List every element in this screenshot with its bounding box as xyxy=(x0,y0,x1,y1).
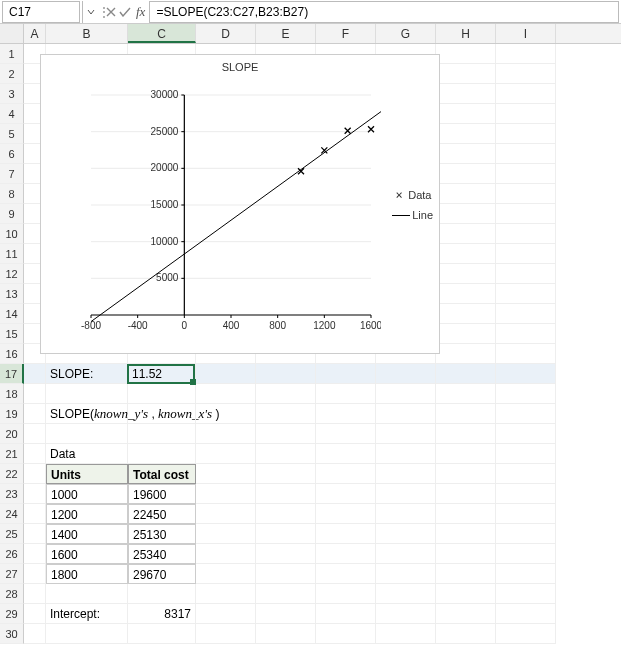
row-header[interactable]: 14 xyxy=(0,304,24,324)
legend-data: Data xyxy=(408,189,431,201)
fx-label[interactable]: fx xyxy=(132,4,149,20)
formula-bar: C17 ⋮ fx =SLOPE(C23:C27,B23:B27) xyxy=(0,0,621,24)
svg-text:400: 400 xyxy=(223,320,240,331)
table-header-units[interactable]: Units xyxy=(46,464,128,484)
svg-text:1200: 1200 xyxy=(313,320,336,331)
svg-text:10000: 10000 xyxy=(151,236,179,247)
chart-title: SLOPE xyxy=(41,55,439,73)
row-header[interactable]: 24 xyxy=(0,504,24,524)
row-header[interactable]: 10 xyxy=(0,224,24,244)
grid[interactable]: 1 2 3 4 5 6 7 8 9 10 11 12 13 14 15 16 1… xyxy=(0,44,621,658)
row-header[interactable]: 30 xyxy=(0,624,24,644)
svg-text:800: 800 xyxy=(269,320,286,331)
row-header[interactable]: 17 xyxy=(0,364,24,384)
syntax-fn: SLOPE( xyxy=(50,407,94,421)
svg-text:0: 0 xyxy=(182,320,188,331)
row-header[interactable]: 13 xyxy=(0,284,24,304)
row-header[interactable]: 26 xyxy=(0,544,24,564)
table-cell[interactable]: 22450 xyxy=(128,504,196,524)
svg-text:30000: 30000 xyxy=(151,89,179,100)
row-header[interactable]: 19 xyxy=(0,404,24,424)
name-box[interactable]: C17 xyxy=(2,1,80,23)
row-header[interactable]: 23 xyxy=(0,484,24,504)
row-header[interactable]: 2 xyxy=(0,64,24,84)
row-header[interactable]: 18 xyxy=(0,384,24,404)
intercept-label[interactable]: Intercept: xyxy=(46,604,128,624)
row-header[interactable]: 20 xyxy=(0,424,24,444)
legend-line: Line xyxy=(412,209,433,221)
row-header[interactable]: 29 xyxy=(0,604,24,624)
col-header-I[interactable]: I xyxy=(496,24,556,43)
row-header[interactable]: 12 xyxy=(0,264,24,284)
table-cell[interactable]: 25340 xyxy=(128,544,196,564)
slope-value-cell[interactable]: 11.52 xyxy=(128,364,196,384)
name-box-dropdown[interactable] xyxy=(82,1,98,23)
row-header[interactable]: 5 xyxy=(0,124,24,144)
row-header[interactable]: 16 xyxy=(0,344,24,364)
svg-text:25000: 25000 xyxy=(151,126,179,137)
table-cell[interactable]: 1000 xyxy=(46,484,128,504)
row-header[interactable]: 25 xyxy=(0,524,24,544)
svg-line-34 xyxy=(91,102,381,322)
col-header-H[interactable]: H xyxy=(436,24,496,43)
table-cell[interactable]: 1600 xyxy=(46,544,128,564)
row-header[interactable]: 3 xyxy=(0,84,24,104)
table-cell[interactable]: 1800 xyxy=(46,564,128,584)
syntax-cell[interactable]: SLOPE(known_y's , known_x's ) xyxy=(46,404,128,424)
table-cell[interactable]: 1400 xyxy=(46,524,128,544)
row-header[interactable]: 21 xyxy=(0,444,24,464)
row-header[interactable]: 8 xyxy=(0,184,24,204)
svg-text:20000: 20000 xyxy=(151,162,179,173)
legend-marker-x-icon: × xyxy=(390,188,408,202)
svg-text:1600: 1600 xyxy=(360,320,381,331)
col-header-G[interactable]: G xyxy=(376,24,436,43)
select-all-corner[interactable] xyxy=(0,24,24,43)
chart-legend: ×Data Line xyxy=(390,185,433,225)
slope-label[interactable]: SLOPE: xyxy=(46,364,128,384)
col-header-A[interactable]: A xyxy=(24,24,46,43)
row-header[interactable]: 9 xyxy=(0,204,24,224)
svg-text:-400: -400 xyxy=(128,320,148,331)
row-header[interactable]: 6 xyxy=(0,144,24,164)
column-headers: A B C D E F G H I xyxy=(0,24,621,44)
row-header[interactable]: 22 xyxy=(0,464,24,484)
row-header[interactable]: 7 xyxy=(0,164,24,184)
legend-line-icon xyxy=(392,215,410,216)
enter-icon[interactable] xyxy=(118,5,132,19)
data-heading[interactable]: Data xyxy=(46,444,128,464)
formula-input[interactable]: =SLOPE(C23:C27,B23:B27) xyxy=(149,1,619,23)
row-header[interactable]: 1 xyxy=(0,44,24,64)
col-header-E[interactable]: E xyxy=(256,24,316,43)
cancel-icon[interactable] xyxy=(104,5,118,19)
row-header[interactable]: 11 xyxy=(0,244,24,264)
svg-text:5000: 5000 xyxy=(156,272,179,283)
chart-plot: 50001000015000200002500030000-800-400040… xyxy=(81,85,381,335)
col-header-B[interactable]: B xyxy=(46,24,128,43)
row-header[interactable]: 27 xyxy=(0,564,24,584)
col-header-C[interactable]: C xyxy=(128,24,196,43)
table-cell[interactable]: 1200 xyxy=(46,504,128,524)
row-header[interactable]: 4 xyxy=(0,104,24,124)
intercept-value[interactable]: 8317 xyxy=(128,604,196,624)
table-cell[interactable]: 19600 xyxy=(128,484,196,504)
row-header[interactable]: 15 xyxy=(0,324,24,344)
chart[interactable]: SLOPE 50001000015000200002500030000-800-… xyxy=(40,54,440,354)
table-cell[interactable]: 25130 xyxy=(128,524,196,544)
col-header-F[interactable]: F xyxy=(316,24,376,43)
svg-text:15000: 15000 xyxy=(151,199,179,210)
row-header[interactable]: 28 xyxy=(0,584,24,604)
table-cell[interactable]: 29670 xyxy=(128,564,196,584)
table-header-cost[interactable]: Total cost xyxy=(128,464,196,484)
col-header-D[interactable]: D xyxy=(196,24,256,43)
